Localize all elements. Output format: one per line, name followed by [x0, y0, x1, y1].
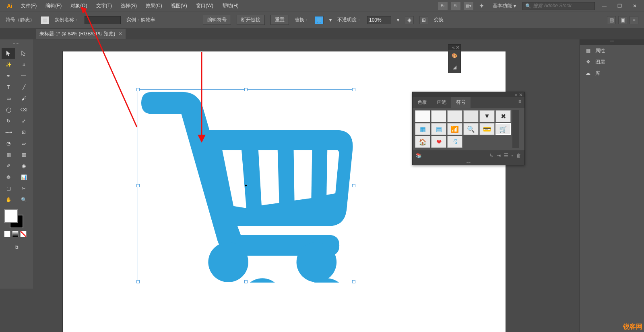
- selection-handle[interactable]: [136, 88, 140, 91]
- menu-type[interactable]: 文字(T): [92, 1, 116, 11]
- symbol-item-film[interactable]: ▤: [431, 123, 446, 135]
- isolation-button[interactable]: ▨: [607, 16, 616, 24]
- workspace-switcher[interactable]: 基本功能 ▾: [489, 2, 519, 10]
- line-tool[interactable]: ╱: [17, 82, 31, 92]
- symbol-item[interactable]: [447, 110, 462, 122]
- panel-resize-grip[interactable]: ┅┅: [413, 161, 524, 165]
- paintbrush-tool[interactable]: 🖌: [17, 93, 31, 104]
- swatches-tab[interactable]: 色板: [413, 97, 432, 108]
- transform-label[interactable]: 变换: [434, 16, 444, 23]
- menu-effect[interactable]: 效果(C): [142, 1, 166, 11]
- toolbox-grip[interactable]: ┅┅: [2, 42, 31, 47]
- selection-handle[interactable]: [352, 88, 355, 91]
- symbol-item-search[interactable]: 🔍: [463, 123, 479, 135]
- pen-tool[interactable]: ✒: [2, 71, 15, 81]
- selection-tool[interactable]: [2, 48, 15, 59]
- new-symbol-button[interactable]: ▫: [512, 153, 513, 158]
- symbol-item[interactable]: [463, 110, 479, 122]
- menu-select[interactable]: 选择(S): [117, 1, 141, 11]
- panel-collapse-icon[interactable]: «: [514, 92, 517, 97]
- symbol-item-heart[interactable]: ❤: [431, 136, 446, 148]
- panel-menu-icon[interactable]: ≡: [515, 97, 524, 108]
- options-button[interactable]: ≡: [630, 16, 638, 24]
- eyedropper-tool[interactable]: ✐: [2, 161, 15, 171]
- symbol-item[interactable]: [431, 110, 446, 122]
- symbol-item-home[interactable]: 🏠: [415, 136, 430, 148]
- selection-handle[interactable]: [352, 184, 355, 187]
- color-mode-color[interactable]: [4, 231, 10, 237]
- menu-help[interactable]: 帮助(H): [218, 1, 243, 11]
- rectangle-tool[interactable]: ▭: [2, 93, 15, 104]
- delete-symbol-button[interactable]: 🗑: [516, 153, 521, 158]
- panel-close-icon[interactable]: ✕: [519, 92, 523, 97]
- dock-collapse-icon[interactable]: «: [452, 45, 455, 50]
- direct-selection-tool[interactable]: [17, 48, 31, 59]
- mesh-tool[interactable]: ▦: [2, 150, 15, 160]
- recolor-button[interactable]: ◉: [405, 16, 414, 24]
- symbol-item-card[interactable]: 💳: [479, 123, 495, 135]
- gradient-tool[interactable]: ▥: [17, 150, 31, 160]
- menu-object[interactable]: 对象(O): [66, 1, 91, 11]
- brushes-tab[interactable]: 画笔: [432, 97, 451, 108]
- selection-handle[interactable]: [352, 280, 355, 283]
- document-tab-close-icon[interactable]: ✕: [118, 31, 122, 37]
- screen-mode-button[interactable]: ⧉: [10, 242, 23, 252]
- symbol-libraries-button[interactable]: 📚: [416, 153, 422, 158]
- zoom-tool[interactable]: 🔍: [17, 195, 31, 205]
- curvature-tool[interactable]: 〰: [17, 71, 31, 81]
- gpu-rocket-icon[interactable]: ✦: [477, 2, 486, 10]
- slice-tool[interactable]: ✂: [17, 183, 31, 194]
- blend-tool[interactable]: ◉: [17, 161, 31, 171]
- arrange-documents-button[interactable]: ▦▾: [464, 2, 473, 10]
- selection-handle[interactable]: [244, 88, 248, 91]
- place-symbol-button[interactable]: ↳: [489, 153, 493, 158]
- lasso-tool[interactable]: ⌗: [17, 59, 31, 70]
- shape-builder-tool[interactable]: ◔: [2, 138, 15, 149]
- symbol-sprayer-tool[interactable]: ❁: [2, 172, 15, 182]
- bridge-button[interactable]: Br: [438, 2, 448, 10]
- artboard-tool[interactable]: ▢: [2, 183, 15, 194]
- symbol-item[interactable]: ✖: [495, 110, 511, 122]
- clip-button[interactable]: ▣: [618, 16, 627, 24]
- instance-name-input[interactable]: [85, 16, 121, 24]
- break-link-footer-button[interactable]: ⇥: [497, 153, 501, 158]
- layers-panel-button[interactable]: ❖ 图层: [580, 56, 644, 68]
- align-button[interactable]: ⊞: [419, 16, 428, 24]
- scale-tool[interactable]: ⤢: [17, 116, 31, 126]
- opacity-dropdown-icon[interactable]: ▾: [397, 17, 399, 23]
- opacity-input[interactable]: 100%: [367, 16, 391, 24]
- symbols-tab[interactable]: 符号: [451, 97, 471, 108]
- free-transform-tool[interactable]: ⊡: [17, 127, 31, 137]
- window-close-button[interactable]: ✕: [629, 2, 641, 10]
- right-strip-grip[interactable]: ┅┅: [580, 39, 644, 45]
- selection-handle[interactable]: [244, 280, 248, 283]
- window-minimize-button[interactable]: —: [598, 2, 610, 10]
- menu-file[interactable]: 文件(F): [17, 1, 41, 11]
- stock-button[interactable]: St: [451, 2, 460, 10]
- shaper-tool[interactable]: ◯: [2, 105, 15, 115]
- symbol-thumb-icon[interactable]: ▦: [40, 16, 49, 24]
- menu-view[interactable]: 视图(V): [167, 1, 191, 11]
- selection-handle[interactable]: [136, 280, 140, 283]
- perspective-tool[interactable]: ▱: [17, 138, 31, 149]
- hand-tool[interactable]: ✋: [2, 195, 15, 205]
- stock-search-input[interactable]: 🔍 搜索 Adobe Stock: [522, 2, 595, 10]
- color-guide-panel-icon[interactable]: ◢: [448, 61, 460, 73]
- properties-panel-button[interactable]: ▦ 属性: [580, 45, 644, 56]
- menu-window[interactable]: 窗口(W): [192, 1, 217, 11]
- symbols-scrollbar[interactable]: [512, 110, 519, 148]
- symbol-item-rss[interactable]: 📶: [447, 123, 462, 135]
- fill-stroke-swatch[interactable]: [4, 209, 28, 229]
- symbol-item-print[interactable]: 🖨: [447, 136, 462, 148]
- dropdown-arrow-icon[interactable]: ▾: [329, 17, 332, 23]
- color-panel-icon[interactable]: 🎨: [448, 50, 460, 61]
- selection-handle[interactable]: [136, 184, 140, 187]
- rotate-tool[interactable]: ↻: [2, 116, 15, 126]
- document-tab[interactable]: 未标题-1* @ 84% (RGB/GPU 预览) ✕: [36, 29, 126, 39]
- symbol-options-button[interactable]: ☰: [504, 153, 508, 158]
- dock-close-icon[interactable]: ✕: [456, 45, 460, 50]
- graph-tool[interactable]: 📊: [17, 172, 31, 182]
- eraser-tool[interactable]: ⌫: [17, 105, 31, 115]
- fill-color[interactable]: [4, 209, 18, 223]
- reset-button[interactable]: 重置: [270, 15, 289, 25]
